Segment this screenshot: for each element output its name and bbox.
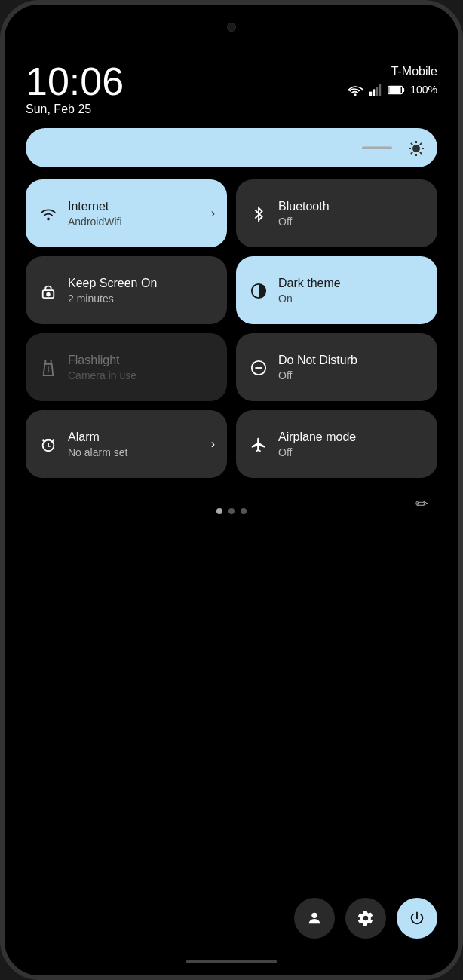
bluetooth-tile-text: Bluetooth Off — [278, 199, 330, 227]
flashlight-subtitle: Camera in use — [68, 369, 136, 381]
brightness-slider[interactable] — [26, 128, 437, 167]
keep-screen-on-title: Keep Screen On — [68, 276, 157, 290]
svg-line-13 — [420, 152, 422, 154]
dnd-title: Do Not Disturb — [278, 353, 357, 367]
battery-percent: 100% — [410, 84, 437, 96]
svg-point-28 — [311, 913, 317, 918]
svg-point-7 — [412, 145, 420, 152]
bottom-bar — [5, 898, 458, 954]
tile-keep-screen-on[interactable]: Keep Screen On 2 minutes — [26, 256, 227, 324]
contrast-tile-icon — [248, 280, 269, 300]
bluetooth-tile-icon — [248, 204, 269, 223]
home-indicator[interactable] — [186, 960, 277, 963]
svg-line-14 — [420, 143, 422, 145]
svg-line-12 — [411, 143, 412, 145]
tile-bluetooth[interactable]: Bluetooth Off — [236, 179, 437, 247]
quick-tiles-grid: Internet AndroidWifi › Bluetooth Off — [5, 179, 458, 478]
date: Sun, Feb 25 — [26, 103, 124, 116]
internet-tile-text: Internet AndroidWifi — [68, 199, 122, 227]
airplane-subtitle: Off — [278, 446, 356, 458]
internet-title: Internet — [68, 199, 122, 213]
svg-rect-2 — [376, 87, 378, 96]
wifi-icon — [348, 83, 363, 96]
phone-frame: 10:06 Sun, Feb 25 T-Mobile — [0, 0, 463, 980]
time-display: 10:06 Sun, Feb 25 — [26, 62, 124, 116]
svg-point-16 — [47, 218, 50, 221]
tile-alarm[interactable]: Alarm No alarm set › — [26, 410, 227, 478]
airplane-tile-text: Airplane mode Off — [278, 430, 356, 458]
dot-2 — [228, 508, 235, 514]
svg-rect-1 — [373, 89, 375, 96]
internet-subtitle: AndroidWifi — [68, 216, 122, 228]
settings-button[interactable] — [345, 898, 386, 939]
phone-screen: 10:06 Sun, Feb 25 T-Mobile — [5, 5, 458, 975]
carrier: T-Mobile — [391, 65, 437, 78]
dnd-tile-text: Do Not Disturb Off — [278, 353, 357, 381]
flashlight-tile-text: Flashlight Camera in use — [68, 353, 136, 381]
user-button[interactable] — [294, 898, 335, 939]
keep-screen-on-subtitle: 2 minutes — [68, 292, 157, 305]
edit-icon[interactable]: ✏ — [415, 495, 428, 513]
tile-do-not-disturb[interactable]: Do Not Disturb Off — [236, 333, 437, 401]
bluetooth-title: Bluetooth — [278, 199, 330, 213]
dark-theme-subtitle: On — [278, 292, 341, 305]
status-bar: 10:06 Sun, Feb 25 T-Mobile — [5, 50, 458, 116]
brightness-track — [362, 147, 392, 149]
flashlight-tile-icon — [38, 357, 59, 377]
keep-screen-on-tile-text: Keep Screen On 2 minutes — [68, 276, 157, 304]
dot-3 — [241, 508, 247, 514]
airplane-title: Airplane mode — [278, 430, 356, 444]
alarm-arrow-icon: › — [211, 437, 215, 451]
signal-icon — [369, 83, 382, 96]
alarm-tile-icon — [38, 434, 59, 454]
svg-line-26 — [43, 440, 45, 443]
svg-rect-0 — [369, 91, 372, 96]
alarm-subtitle: No alarm set — [68, 446, 127, 458]
brightness-icon — [407, 138, 425, 158]
airplane-tile-icon — [248, 434, 269, 454]
internet-arrow-icon: › — [211, 207, 215, 220]
tile-airplane-mode[interactable]: Airplane mode Off — [236, 410, 437, 478]
bluetooth-subtitle: Off — [278, 216, 330, 228]
notch-area — [5, 5, 458, 50]
tile-dark-theme[interactable]: Dark theme On — [236, 256, 437, 324]
power-button[interactable] — [397, 898, 437, 939]
flashlight-title: Flashlight — [68, 353, 136, 367]
dnd-tile-icon — [248, 357, 269, 377]
camera-dot — [227, 23, 236, 32]
svg-line-27 — [52, 440, 54, 443]
dark-theme-tile-text: Dark theme On — [278, 276, 341, 304]
page-indicator: ✏ — [5, 493, 458, 514]
dot-1 — [216, 508, 222, 514]
lock-tile-icon — [38, 280, 59, 300]
svg-rect-5 — [389, 87, 400, 93]
svg-rect-6 — [403, 88, 405, 92]
alarm-title: Alarm — [68, 430, 127, 444]
battery-icon — [388, 83, 405, 96]
dnd-subtitle: Off — [278, 369, 357, 381]
alarm-tile-text: Alarm No alarm set — [68, 430, 127, 458]
svg-line-15 — [411, 152, 412, 154]
dark-theme-title: Dark theme — [278, 276, 341, 290]
tile-internet[interactable]: Internet AndroidWifi › — [26, 179, 227, 247]
wifi-tile-icon — [38, 204, 59, 223]
dots-row — [216, 508, 247, 514]
svg-rect-3 — [379, 84, 381, 96]
tile-flashlight[interactable]: Flashlight Camera in use — [26, 333, 227, 401]
time: 10:06 — [26, 62, 124, 101]
